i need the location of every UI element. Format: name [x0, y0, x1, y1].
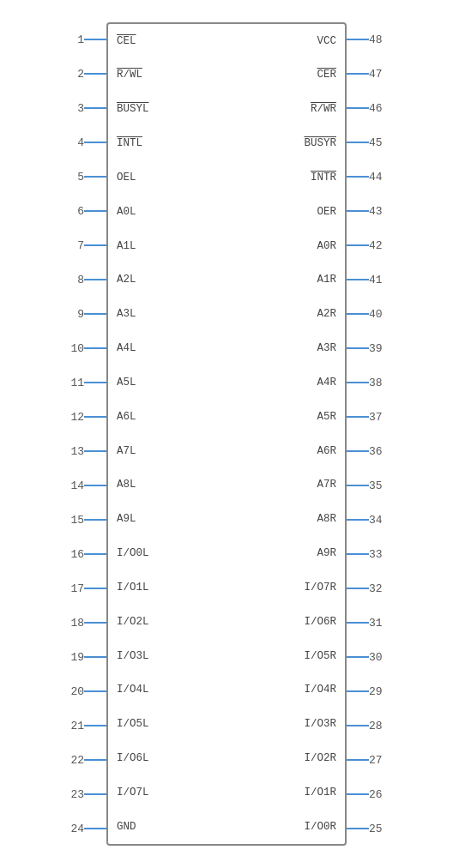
- left-pin-line-16: [84, 553, 106, 555]
- right-pin-number-31: 31: [369, 618, 388, 629]
- right-pin-number-45: 45: [369, 137, 388, 148]
- left-inner-label-12: A6L: [117, 412, 149, 423]
- right-pin-number-40: 40: [369, 309, 388, 320]
- right-pin-line-44: [347, 176, 369, 178]
- right-pin-numbers: 4847464544434241403938373635343332313029…: [369, 22, 388, 846]
- left-pin-number-23: 23: [65, 789, 84, 800]
- right-inner-label-39: A3R: [317, 343, 336, 354]
- left-pin-number-8: 8: [65, 274, 84, 286]
- right-pin-line-27: [347, 759, 369, 761]
- left-pin-number-15: 15: [65, 515, 84, 526]
- right-pin-line-42: [347, 244, 369, 246]
- right-pin-number-47: 47: [369, 69, 388, 80]
- right-inner-label-35: A7R: [317, 479, 336, 491]
- right-pin-line-34: [347, 519, 369, 521]
- right-inner-label-25: I/O0R: [304, 822, 336, 833]
- right-inner-label-26: I/O1R: [304, 787, 336, 799]
- left-pin-number-14: 14: [65, 480, 84, 491]
- left-pin-line-7: [84, 244, 106, 246]
- right-inner-label-42: A0R: [317, 241, 336, 252]
- left-pin-number-13: 13: [65, 446, 84, 457]
- right-inner-label-41: A1R: [317, 274, 336, 286]
- right-pin-line-26: [347, 793, 369, 795]
- left-pin-line-22: [84, 759, 106, 761]
- right-inner-label-32: I/O7R: [304, 582, 336, 594]
- right-pin-line-48: [347, 39, 369, 40]
- right-inner-label-31: I/O6R: [304, 617, 336, 628]
- left-pin-line-21: [84, 725, 106, 726]
- left-inner-label-9: A3L: [117, 309, 149, 320]
- right-inner-label-48: VCC: [317, 36, 336, 47]
- right-pin-number-27: 27: [369, 755, 388, 766]
- right-pin-number-29: 29: [369, 686, 388, 697]
- right-pin-line-39: [347, 347, 369, 349]
- right-inner-label-43: OER: [317, 207, 336, 218]
- left-pin-line-14: [84, 485, 106, 486]
- right-pin-number-28: 28: [369, 720, 388, 732]
- right-pin-line-35: [347, 485, 369, 486]
- left-inner-label-2: R/WL: [117, 69, 149, 81]
- left-inner-label-10: A4L: [117, 343, 149, 354]
- left-pin-number-18: 18: [65, 618, 84, 629]
- left-pin-line-3: [84, 107, 106, 109]
- left-pin-line-11: [84, 382, 106, 383]
- right-pin-number-48: 48: [369, 34, 388, 45]
- right-pin-number-37: 37: [369, 412, 388, 423]
- left-pin-line-6: [84, 210, 106, 212]
- left-pin-number-20: 20: [65, 686, 84, 697]
- left-pin-number-12: 12: [65, 412, 84, 423]
- left-inner-label-8: A2L: [117, 274, 149, 286]
- left-inner-label-16: I/O0L: [117, 548, 149, 559]
- left-pin-line-15: [84, 519, 106, 521]
- left-pin-number-5: 5: [65, 172, 84, 183]
- right-inner-label-47: CER: [317, 69, 336, 81]
- left-pin-number-2: 2: [65, 69, 84, 80]
- right-pin-number-26: 26: [369, 789, 388, 800]
- left-inner-label-14: A8L: [117, 479, 149, 491]
- right-pin-line-25: [347, 828, 369, 829]
- left-pin-line-10: [84, 347, 106, 349]
- left-pin-number-7: 7: [65, 240, 84, 251]
- left-pin-line-18: [84, 622, 106, 624]
- right-pin-line-28: [347, 725, 369, 726]
- left-inner-label-6: A0L: [117, 207, 149, 218]
- left-inner-label-15: A9L: [117, 514, 149, 525]
- right-pin-line-30: [347, 656, 369, 658]
- left-pin-number-21: 21: [65, 720, 84, 732]
- left-inner-label-20: I/O4L: [117, 684, 149, 696]
- right-pin-line-47: [347, 73, 369, 75]
- left-inner-label-21: I/O5L: [117, 719, 149, 730]
- left-inner-label-11: A5L: [117, 377, 149, 389]
- left-inner-label-19: I/O3L: [117, 651, 149, 662]
- left-pin-line-17: [84, 588, 106, 589]
- ic-diagram: 123456789101112131415161718192021222324 …: [0, 0, 453, 868]
- right-inner-label-44: INTR: [311, 172, 336, 184]
- right-pin-number-43: 43: [369, 206, 388, 217]
- left-pin-number-24: 24: [65, 823, 84, 835]
- right-pin-line-33: [347, 553, 369, 555]
- right-inner-label-45: BUSYR: [304, 138, 336, 149]
- right-pin-number-25: 25: [369, 823, 388, 835]
- left-pin-number-1: 1: [65, 34, 84, 45]
- left-pin-line-8: [84, 279, 106, 280]
- right-pin-line-31: [347, 622, 369, 624]
- left-pin-lines: [84, 22, 106, 846]
- right-pin-number-38: 38: [369, 377, 388, 389]
- left-pin-line-20: [84, 690, 106, 692]
- right-inner-label-46: R/WR: [311, 104, 336, 115]
- right-pin-number-35: 35: [369, 480, 388, 491]
- left-pin-line-9: [84, 313, 106, 315]
- left-pin-line-12: [84, 416, 106, 418]
- right-pin-number-42: 42: [369, 240, 388, 251]
- left-pin-number-9: 9: [65, 309, 84, 320]
- left-pin-number-11: 11: [65, 377, 84, 389]
- left-pin-line-23: [84, 793, 106, 795]
- ic-body: CELR/WLBUSYLINTLOELA0LA1LA2LA3LA4LA5LA6L…: [106, 22, 347, 846]
- right-pin-number-39: 39: [369, 343, 388, 354]
- left-pin-line-1: [84, 39, 106, 40]
- right-pin-number-33: 33: [369, 549, 388, 560]
- left-pin-numbers: 123456789101112131415161718192021222324: [65, 22, 84, 846]
- right-pin-line-38: [347, 382, 369, 383]
- right-inner-label-38: A4R: [317, 377, 336, 389]
- left-pin-line-19: [84, 656, 106, 658]
